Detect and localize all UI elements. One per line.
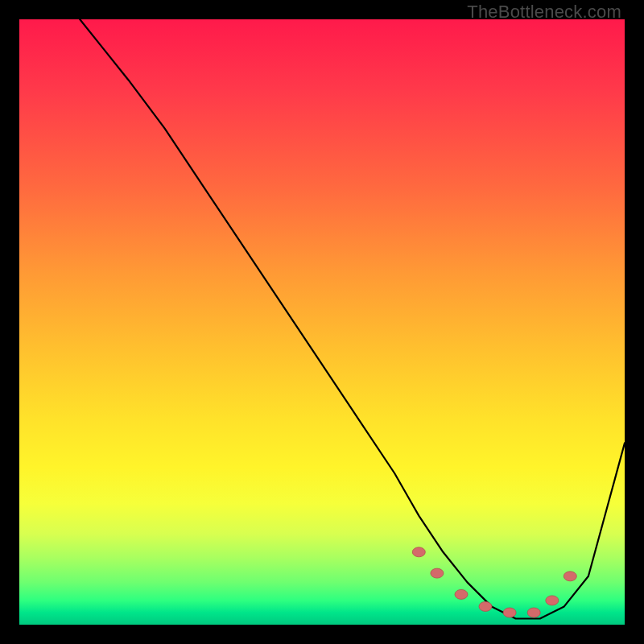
nub-1: [412, 547, 425, 557]
nub-7: [546, 596, 559, 605]
watermark-text: TheBottleneck.com: [467, 2, 621, 23]
nub-5: [503, 608, 516, 617]
nub-2: [431, 568, 444, 578]
bottleneck-curve: [80, 19, 625, 619]
chart-frame: [19, 19, 625, 625]
nub-8: [564, 572, 576, 581]
chart-overlay: [19, 19, 625, 625]
nub-4: [479, 601, 492, 611]
marker-group: [412, 547, 576, 617]
nub-3: [455, 589, 468, 599]
nub-6: [527, 608, 540, 617]
